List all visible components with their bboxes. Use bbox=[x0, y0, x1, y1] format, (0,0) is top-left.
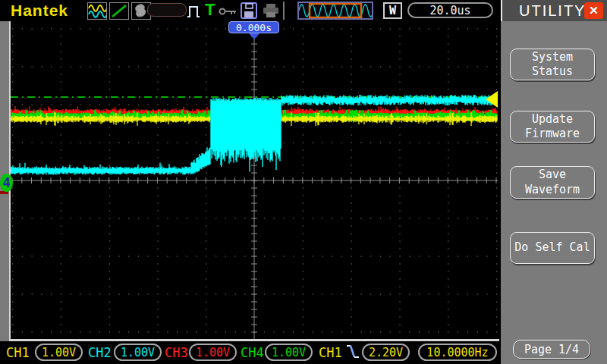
trigger-level-pill[interactable]: 2.20V bbox=[362, 344, 410, 361]
do-self-cal-button[interactable]: Do Self Cal bbox=[510, 232, 595, 264]
window-mode-icon[interactable]: W bbox=[383, 2, 402, 19]
printer-icon[interactable] bbox=[262, 3, 280, 21]
trigger-source-label: CH1 bbox=[319, 345, 342, 360]
toolbar-divider bbox=[283, 2, 285, 20]
ch2-scale-pill[interactable]: 1.00V bbox=[114, 344, 162, 361]
falling-edge-icon[interactable] bbox=[346, 344, 360, 363]
system-status-button[interactable]: System Status bbox=[510, 49, 595, 80]
ch3-scale-pill[interactable]: 1.00V bbox=[189, 344, 237, 361]
top-toolbar: Hantek T bbox=[0, 0, 501, 21]
ch3-label: CH3 bbox=[165, 345, 188, 360]
waveform-screen bbox=[11, 21, 498, 339]
channel-status-bar: CH1 1.00V CH2 1.00V CH3 1.00V CH4 1.00V … bbox=[0, 341, 499, 364]
trigger-frequency-pill[interactable]: 10.0000Hz bbox=[418, 344, 497, 361]
pulse-trigger-icon[interactable] bbox=[187, 3, 202, 21]
horizontal-preview[interactable] bbox=[297, 2, 373, 20]
waveform-display-icon[interactable] bbox=[87, 2, 107, 20]
save-floppy-icon[interactable] bbox=[241, 2, 257, 22]
ch4-position-marker[interactable]: 4 bbox=[0, 174, 13, 192]
timebase-readout[interactable]: 20.0us bbox=[407, 2, 493, 18]
update-firmware-button[interactable]: Update Firmware bbox=[510, 111, 595, 143]
diagonal-line-icon[interactable] bbox=[109, 2, 129, 20]
close-icon[interactable]: ✕ bbox=[584, 2, 603, 19]
trigger-position-tag[interactable]: 0.000s bbox=[228, 21, 279, 33]
utility-menu-panel: UTILITY ✕ System Status Update Firmware … bbox=[501, 0, 607, 364]
key-icon[interactable] bbox=[219, 5, 238, 20]
save-waveform-button[interactable]: Save Waveform bbox=[510, 166, 595, 199]
menu-header: UTILITY ✕ bbox=[501, 0, 607, 21]
ch4-label: CH4 bbox=[241, 345, 264, 360]
status-readout-field bbox=[147, 3, 187, 17]
ch1-scale-pill[interactable]: 1.00V bbox=[35, 344, 83, 361]
ch2-label: CH2 bbox=[88, 345, 112, 360]
page-button[interactable]: Page 1/4 bbox=[513, 340, 590, 359]
ch4-scale-pill[interactable]: 1.00V bbox=[265, 344, 313, 361]
oscilloscope-app: Hantek T bbox=[0, 0, 607, 364]
menu-title: UTILITY bbox=[519, 2, 586, 20]
hantek-logo: Hantek bbox=[11, 2, 68, 20]
scope-graticule bbox=[11, 21, 498, 339]
trigger-t-icon[interactable]: T bbox=[205, 0, 215, 20]
ch1-label: CH1 bbox=[6, 345, 30, 360]
trigger-position-pointer[interactable] bbox=[249, 33, 259, 39]
